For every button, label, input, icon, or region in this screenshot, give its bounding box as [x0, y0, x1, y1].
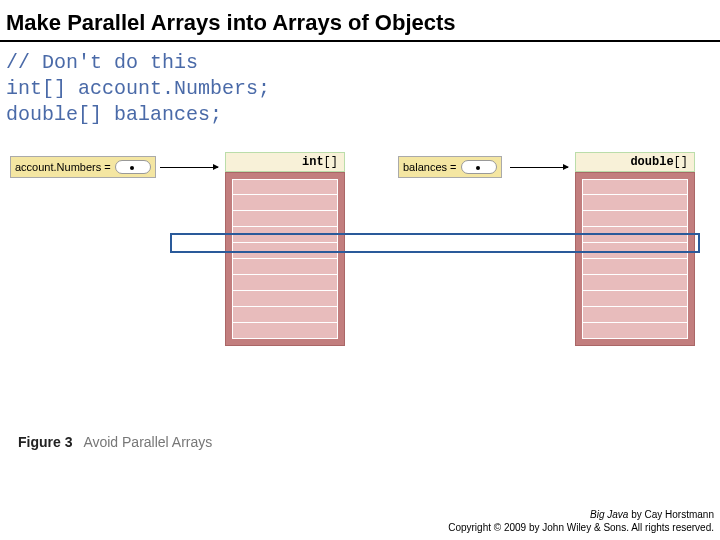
array-cell [582, 291, 688, 307]
array-type-double: double[] [575, 152, 695, 172]
var-label-balances: balances = [403, 161, 457, 173]
array-cell [232, 195, 338, 211]
figure-text: Avoid Parallel Arrays [83, 434, 212, 450]
array-cell [582, 179, 688, 195]
array-cell [232, 179, 338, 195]
highlight-row-icon [170, 233, 700, 253]
array-cell [582, 307, 688, 323]
code-block: // Don't do this int[] account.Numbers; … [0, 42, 720, 138]
footer-line-1: Big Java by Cay Horstmann [448, 508, 714, 521]
array-cell [582, 211, 688, 227]
diagram-area: account.Numbers = int[] balances = doubl… [0, 138, 720, 398]
figure-caption: Figure 3 Avoid Parallel Arrays [18, 434, 212, 450]
footer: Big Java by Cay Horstmann Copyright © 20… [448, 508, 714, 534]
array-cell [232, 275, 338, 291]
var-box-balances: balances = [398, 156, 502, 178]
var-label-account-numbers: account.Numbers = [15, 161, 111, 173]
array-cell [232, 211, 338, 227]
array-cell [582, 259, 688, 275]
pointer-dot-icon [115, 160, 151, 174]
slide-title: Make Parallel Arrays into Arrays of Obje… [0, 0, 720, 42]
array-body-double [575, 172, 695, 346]
array-cell [582, 275, 688, 291]
array-type-int: int[] [225, 152, 345, 172]
code-line-2: int[] account.Numbers; [6, 76, 714, 102]
figure-label: Figure 3 [18, 434, 72, 450]
var-box-account-numbers: account.Numbers = [10, 156, 156, 178]
code-line-3: double[] balances; [6, 102, 714, 128]
array-cell [582, 323, 688, 339]
array-cell [232, 259, 338, 275]
array-cell [232, 323, 338, 339]
code-line-1: // Don't do this [6, 50, 714, 76]
array-cell [582, 195, 688, 211]
array-cell [232, 307, 338, 323]
array-cell [232, 291, 338, 307]
arrow-icon [160, 167, 218, 168]
array-body-int [225, 172, 345, 346]
pointer-dot-icon [461, 160, 497, 174]
footer-line-2: Copyright © 2009 by John Wiley & Sons. A… [448, 521, 714, 534]
arrow-icon [510, 167, 568, 168]
